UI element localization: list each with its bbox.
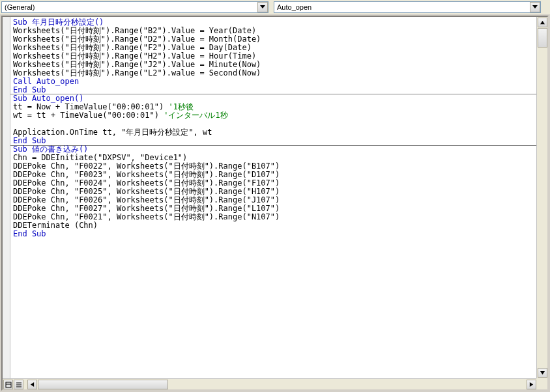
code-keyword: End Sub <box>13 85 46 94</box>
code-line: wt = tt + TimeValue("00:00:01") <box>13 111 164 120</box>
code-line: Application.OnTime tt, "年月日時分秒設定", wt <box>13 128 212 137</box>
code-keyword: End Sub <box>13 136 46 145</box>
procedure-view-button[interactable] <box>14 380 23 389</box>
code-pane-toolbar: (General) Auto_open <box>0 0 550 14</box>
object-combo-dropdown[interactable] <box>257 2 268 12</box>
svg-rect-0 <box>6 382 11 387</box>
code-line: DDEPoke Chn, "F0022", Worksheets("日付時刻")… <box>13 161 280 171</box>
horizontal-scroll-thumb[interactable] <box>38 380 168 389</box>
full-module-view-button[interactable] <box>3 380 13 389</box>
code-keyword: Sub 年月日時分秒設定() <box>13 18 104 27</box>
code-line: tt = Now + TimeValue("00:00:01") <box>13 102 168 111</box>
code-line: Chn = DDEInitiate("DXPSV", "Device1") <box>13 153 187 162</box>
vertical-scroll-thumb[interactable] <box>538 28 547 48</box>
code-line: Worksheets("日付時刻").Range("F2").Value = D… <box>13 43 252 52</box>
scroll-right-button[interactable] <box>527 380 536 389</box>
code-line: Worksheets("日付時刻").Range("B2").Value = Y… <box>13 26 256 35</box>
code-editor-body[interactable]: Sub 年月日時分秒設定() Worksheets("日付時刻").Range(… <box>3 17 536 378</box>
code-line: DDEPoke Chn, "F0021", Worksheets("日付時刻")… <box>13 212 280 221</box>
scroll-down-button[interactable] <box>538 368 547 378</box>
code-editor: Sub 年月日時分秒設定() Worksheets("日付時刻").Range(… <box>1 16 549 391</box>
object-combo-text: (General) <box>2 3 257 11</box>
horizontal-scroll-track[interactable] <box>27 380 536 389</box>
code-line: Worksheets("日付時刻").Range("D2").Value = M… <box>13 35 261 44</box>
procedure-combo-dropdown[interactable] <box>530 2 540 12</box>
procedure-combo-text: Auto_open <box>274 3 530 11</box>
code-line: DDETerminate (Chn) <box>13 221 98 230</box>
code-line: Worksheets("日付時刻").Range("H2").Value = H… <box>13 51 256 61</box>
vertical-scrollbar[interactable] <box>536 17 547 378</box>
code-keyword: Call Auto_open <box>13 77 79 86</box>
scroll-up-button[interactable] <box>538 18 547 27</box>
code-line: Worksheets("日付時刻").Range("J2").Value = M… <box>13 60 261 69</box>
code-line: DDEPoke Chn, "F0025", Worksheets("日付時刻")… <box>13 187 280 196</box>
code-line: DDEPoke Chn, "F0027", Worksheets("日付時刻")… <box>13 204 280 213</box>
code-keyword: End Sub <box>13 229 46 238</box>
code-keyword: Sub Auto_open() <box>13 94 83 103</box>
code-keyword: Sub 値の書き込み() <box>13 145 88 154</box>
code-comment: 'インターバル1秒 <box>164 111 227 120</box>
object-combobox[interactable]: (General) <box>1 1 268 13</box>
code-line: DDEPoke Chn, "F0024", Worksheets("日付時刻")… <box>13 178 280 188</box>
horizontal-scrollbar[interactable] <box>3 378 536 389</box>
code-line: DDEPoke Chn, "F0026", Worksheets("日付時刻")… <box>13 195 280 204</box>
margin-indicator-bar <box>3 17 10 378</box>
scroll-left-button[interactable] <box>27 380 37 389</box>
code-text[interactable]: Sub 年月日時分秒設定() Worksheets("日付時刻").Range(… <box>10 17 536 378</box>
code-comment: '1秒後 <box>168 102 193 111</box>
procedure-combobox[interactable]: Auto_open <box>274 1 541 13</box>
code-line: DDEPoke Chn, "F0023", Worksheets("日付時刻")… <box>13 170 280 179</box>
code-line: Worksheets("日付時刻").Range("L2").walue = S… <box>13 68 261 77</box>
size-grip[interactable] <box>536 378 547 389</box>
